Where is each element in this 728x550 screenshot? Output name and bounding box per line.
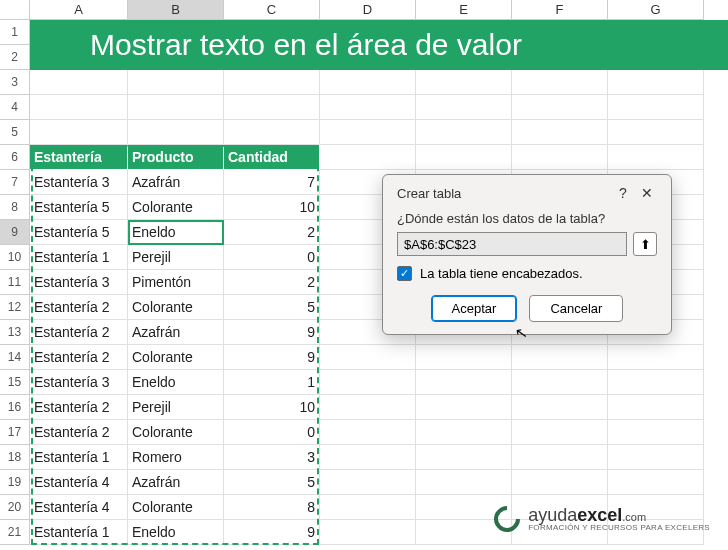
data-cell[interactable]: Estantería 3 (30, 270, 128, 295)
data-cell[interactable] (128, 70, 224, 95)
data-cell[interactable] (608, 120, 704, 145)
header-cell[interactable] (512, 145, 608, 170)
data-cell[interactable]: 0 (224, 245, 320, 270)
data-cell[interactable] (416, 370, 512, 395)
data-cell[interactable] (512, 120, 608, 145)
data-cell[interactable]: Estantería 2 (30, 395, 128, 420)
data-cell[interactable]: Pimentón (128, 270, 224, 295)
row-header[interactable]: 11 (0, 270, 30, 295)
row-header[interactable]: 19 (0, 470, 30, 495)
data-cell[interactable]: 2 (224, 220, 320, 245)
data-cell[interactable] (320, 445, 416, 470)
data-cell[interactable] (320, 70, 416, 95)
data-cell[interactable]: 10 (224, 195, 320, 220)
data-cell[interactable] (608, 345, 704, 370)
data-cell[interactable] (320, 420, 416, 445)
row-header[interactable]: 9 (0, 220, 30, 245)
data-cell[interactable] (608, 445, 704, 470)
data-cell[interactable]: Eneldo (128, 520, 224, 545)
data-cell[interactable]: 3 (224, 445, 320, 470)
data-cell[interactable]: 5 (224, 470, 320, 495)
collapse-dialog-icon[interactable]: ⬆ (633, 232, 657, 256)
row-header[interactable]: 5 (0, 120, 30, 145)
data-cell[interactable] (320, 470, 416, 495)
row-header[interactable]: 8 (0, 195, 30, 220)
data-cell[interactable]: 8 (224, 495, 320, 520)
data-cell[interactable] (30, 70, 128, 95)
col-header-B[interactable]: B (128, 0, 224, 20)
data-cell[interactable] (512, 395, 608, 420)
data-cell[interactable]: Estantería 2 (30, 295, 128, 320)
data-cell[interactable]: Perejil (128, 395, 224, 420)
data-cell[interactable]: Colorante (128, 495, 224, 520)
data-cell[interactable]: Colorante (128, 295, 224, 320)
data-cell[interactable] (512, 470, 608, 495)
data-cell[interactable] (416, 420, 512, 445)
row-header[interactable]: 20 (0, 495, 30, 520)
data-cell[interactable]: Estantería 3 (30, 170, 128, 195)
data-cell[interactable] (320, 120, 416, 145)
select-all-corner[interactable] (0, 0, 30, 20)
range-input[interactable] (397, 232, 627, 256)
col-header-C[interactable]: C (224, 0, 320, 20)
data-cell[interactable] (320, 395, 416, 420)
accept-button[interactable]: Aceptar (431, 295, 518, 322)
data-cell[interactable]: Estantería 1 (30, 445, 128, 470)
row-header[interactable]: 15 (0, 370, 30, 395)
dialog-titlebar[interactable]: Crear tabla ? ✕ (383, 175, 671, 207)
data-cell[interactable]: 1 (224, 370, 320, 395)
data-cell[interactable] (128, 95, 224, 120)
data-cell[interactable]: Estantería 2 (30, 320, 128, 345)
data-cell[interactable]: Estantería 4 (30, 470, 128, 495)
data-cell[interactable]: 9 (224, 320, 320, 345)
data-cell[interactable]: 9 (224, 520, 320, 545)
data-cell[interactable] (416, 345, 512, 370)
help-icon[interactable]: ? (611, 185, 635, 201)
data-cell[interactable]: 7 (224, 170, 320, 195)
data-cell[interactable]: 9 (224, 345, 320, 370)
data-cell[interactable]: Estantería 1 (30, 245, 128, 270)
header-cell[interactable]: Producto (128, 145, 224, 170)
col-header-G[interactable]: G (608, 0, 704, 20)
data-cell[interactable] (416, 445, 512, 470)
data-cell[interactable] (608, 95, 704, 120)
data-cell[interactable]: Azafrán (128, 320, 224, 345)
data-cell[interactable]: Azafrán (128, 470, 224, 495)
data-cell[interactable]: Estantería 2 (30, 420, 128, 445)
data-cell[interactable] (320, 520, 416, 545)
data-cell[interactable] (416, 120, 512, 145)
data-cell[interactable] (320, 370, 416, 395)
data-cell[interactable] (512, 95, 608, 120)
data-cell[interactable]: 5 (224, 295, 320, 320)
data-cell[interactable] (512, 420, 608, 445)
cancel-button[interactable]: Cancelar (529, 295, 623, 322)
row-header[interactable]: 16 (0, 395, 30, 420)
close-icon[interactable]: ✕ (635, 185, 659, 201)
data-cell[interactable]: Estantería 2 (30, 345, 128, 370)
data-cell[interactable] (608, 420, 704, 445)
row-header[interactable]: 18 (0, 445, 30, 470)
data-cell[interactable]: Estantería 3 (30, 370, 128, 395)
data-cell[interactable] (608, 395, 704, 420)
row-header[interactable]: 13 (0, 320, 30, 345)
col-header-A[interactable]: A (30, 0, 128, 20)
row-header[interactable]: 14 (0, 345, 30, 370)
data-cell[interactable]: Estantería 5 (30, 220, 128, 245)
data-cell[interactable]: Estantería 1 (30, 520, 128, 545)
data-cell[interactable]: Colorante (128, 345, 224, 370)
data-cell[interactable]: 0 (224, 420, 320, 445)
data-cell[interactable]: Perejil (128, 245, 224, 270)
row-header[interactable]: 12 (0, 295, 30, 320)
data-cell[interactable]: Estantería 4 (30, 495, 128, 520)
row-header[interactable]: 7 (0, 170, 30, 195)
data-cell[interactable]: Colorante (128, 195, 224, 220)
data-cell[interactable] (224, 95, 320, 120)
data-cell[interactable]: Eneldo (128, 370, 224, 395)
row-header[interactable]: 10 (0, 245, 30, 270)
row-header[interactable]: 6 (0, 145, 30, 170)
data-cell[interactable] (512, 370, 608, 395)
data-cell[interactable] (320, 495, 416, 520)
data-cell[interactable] (416, 95, 512, 120)
header-cell[interactable]: Cantidad (224, 145, 320, 170)
data-cell[interactable] (416, 395, 512, 420)
